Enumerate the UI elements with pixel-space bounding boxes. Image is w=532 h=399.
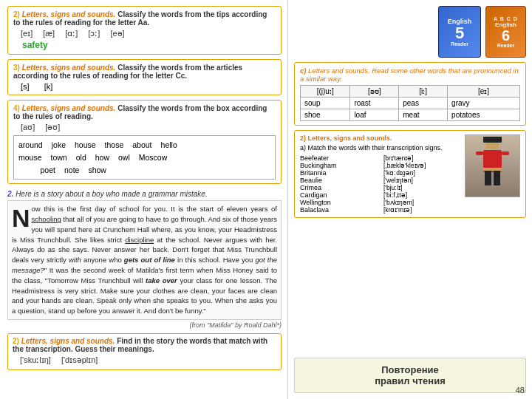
section-2-box: 2) Letters, signs and sounds. Classify t… bbox=[7, 6, 282, 55]
match-words-col: Beefeater Buckingham Britannia Beaulie C… bbox=[300, 154, 378, 214]
story-title-text: Here is a story about a boy who made a g… bbox=[16, 190, 208, 198]
s4-phonetics: [aʊ] [əʊ] bbox=[21, 123, 276, 132]
words-row-3: poet note show bbox=[18, 164, 270, 177]
story-text-block: N ow this is the first day of school for… bbox=[7, 200, 282, 319]
c-task: Letters and sounds. bbox=[308, 66, 369, 75]
phon-o: [ɔː] bbox=[88, 29, 100, 38]
match-word-7: Wellington bbox=[300, 199, 378, 206]
trans-7: ['bʌkɪŋəm] bbox=[383, 199, 461, 206]
c-prefix: c) bbox=[300, 66, 308, 75]
page-number: 48 bbox=[516, 386, 525, 395]
svg-rect-4 bbox=[494, 171, 500, 185]
right-match-section: 2) Letters, signs and sounds. a) Match t… bbox=[294, 130, 526, 218]
main-container: 2) Letters, signs and sounds. Classify t… bbox=[0, 0, 532, 399]
guard-image-inner bbox=[466, 135, 519, 197]
cell-roast: roast bbox=[350, 98, 399, 109]
guard-svg bbox=[468, 137, 516, 196]
povtorenie-box: Повторение правил чтения bbox=[294, 358, 526, 393]
story-from: (from "Matilda" by Roald Dahl*) bbox=[7, 321, 282, 329]
cell-gravy: gravy bbox=[448, 98, 520, 109]
safety-word: safety bbox=[22, 40, 276, 50]
cell-potatoes: potatoes bbox=[448, 109, 520, 121]
right-column: English 5 Reader A B C D English 6 Reade… bbox=[288, 0, 532, 399]
left-column: 2) Letters, signs and sounds. Classify t… bbox=[0, 0, 288, 399]
s2-num: 2) bbox=[13, 10, 20, 18]
trans-8: [krɑɪ'mɪə] bbox=[383, 206, 461, 214]
match-word-1: Beefeater bbox=[300, 154, 378, 162]
cell-meat: meat bbox=[399, 109, 448, 121]
match-word-5: Crimea bbox=[300, 184, 378, 191]
right-match-content: 2) Letters, signs and sounds. a) Match t… bbox=[300, 134, 461, 214]
s4-task: Letters, signs and sounds. bbox=[22, 104, 116, 112]
match-trans-col: [brɪ'tænɪə] [,bæklə'kleɪvə] ['kɑːdɪgən] … bbox=[383, 154, 461, 214]
c-title: c) Letters and sounds. Read some other w… bbox=[300, 66, 520, 83]
phon-ae: [æ] bbox=[43, 29, 55, 38]
table-row: soup roast peas gravy bbox=[301, 98, 520, 109]
cell-soup: soup bbox=[301, 98, 350, 109]
phon-s: [s] bbox=[21, 82, 30, 91]
words-row-2: mouse town old how owl Moscow bbox=[18, 151, 270, 164]
bottom-left-section: 2) Letters, signs and sounds. Find in th… bbox=[7, 333, 282, 370]
schooling-word: schooling bbox=[32, 215, 61, 223]
book-english-6: A B C D English 6 Reader bbox=[485, 6, 526, 58]
r2-num: 2) Letters, signs and sounds. bbox=[300, 134, 461, 142]
trans-1: [brɪ'tænɪə] bbox=[383, 154, 461, 162]
col-ii: [iː] bbox=[399, 86, 448, 98]
col-ei: [eɪ] bbox=[448, 86, 520, 98]
svg-rect-6 bbox=[502, 151, 509, 155]
section-3-title: 3) Letters, signs and sounds. Classify t… bbox=[13, 64, 276, 80]
phon-ea: [eə] bbox=[110, 29, 124, 38]
take-over-phrase: take over bbox=[146, 276, 177, 284]
s3-task: Letters, signs and sounds. bbox=[22, 64, 116, 72]
s3-phonetics: [s] [k] bbox=[21, 82, 276, 91]
words-row-1: around joke house those about hello bbox=[18, 139, 270, 151]
phon-ou: [əʊ] bbox=[45, 123, 60, 132]
section-2-title: 2) Letters, signs and sounds. Classify t… bbox=[13, 10, 276, 27]
r2-subtitle: a) Match the words with their transcript… bbox=[300, 144, 461, 151]
guard-image bbox=[465, 134, 520, 197]
phon-skuling: ['skuːlɪŋ] bbox=[20, 355, 51, 365]
match-word-8: Balaclava bbox=[300, 206, 378, 214]
story-num: 2. bbox=[7, 190, 13, 198]
povtorenie-line2: правил чтения bbox=[302, 375, 518, 386]
trans-4: ['welɪŋtən] bbox=[383, 177, 461, 184]
r2-task: 2) Letters, signs and sounds. bbox=[300, 134, 392, 142]
cell-shoe: shoe bbox=[301, 109, 350, 121]
phonetic-table: [(j)uː] [əʊ] [iː] [eɪ] soup roast peas g… bbox=[300, 85, 520, 121]
bottom-s-title: 2) Letters, signs and sounds. Find in th… bbox=[13, 337, 276, 353]
match-word-2: Buckingham bbox=[300, 162, 378, 169]
big-n-letter: N bbox=[12, 205, 30, 231]
c-section: c) Letters and sounds. Read some other w… bbox=[294, 62, 526, 126]
phon-ei: [eɪ] bbox=[21, 29, 33, 38]
phon-a: [ɑː] bbox=[65, 29, 78, 38]
col-ou: [əʊ] bbox=[350, 86, 399, 98]
phon-k: [k] bbox=[44, 82, 53, 91]
s2-phonetics: [eɪ] [æ] [ɑː] [ɔː] [eə] bbox=[21, 29, 276, 38]
svg-rect-3 bbox=[485, 171, 491, 185]
discipline-word: discipline bbox=[125, 236, 154, 244]
col-juu: [(j)uː] bbox=[301, 86, 350, 98]
s4-num: 4) bbox=[13, 104, 20, 112]
trans-2: [,bæklə'kleɪvə] bbox=[383, 162, 461, 169]
match-word-4: Beaulie bbox=[300, 177, 378, 184]
bottom-s-task: Letters, signs and sounds. bbox=[21, 337, 115, 345]
books-row: English 5 Reader A B C D English 6 Reade… bbox=[294, 6, 526, 58]
bottom-s-num: 2) bbox=[13, 337, 19, 345]
phon-au: [aʊ] bbox=[21, 123, 35, 132]
phon-disiplin: ['dɪsəplɪn] bbox=[61, 355, 98, 365]
svg-rect-1 bbox=[483, 137, 502, 143]
section-3-box: 3) Letters, signs and sounds. Classify t… bbox=[7, 59, 282, 95]
bottom-phonetics: ['skuːlɪŋ] ['dɪsəplɪn] bbox=[20, 355, 276, 365]
section-4-title: 4) Letters, signs and sounds. Classify t… bbox=[13, 104, 276, 120]
s2-task: Letters, signs and sounds. bbox=[22, 10, 116, 18]
gets-out-phrase: gets out of line bbox=[124, 256, 175, 264]
book-english-5: English 5 Reader bbox=[438, 6, 481, 58]
trans-6: ['biːf,ɪtə] bbox=[383, 191, 461, 199]
svg-rect-5 bbox=[476, 151, 483, 155]
svg-rect-7 bbox=[483, 168, 502, 171]
section-4-box: 4) Letters, signs and sounds. Classify t… bbox=[7, 100, 282, 184]
s4-words-grid: around joke house those about hello mous… bbox=[13, 135, 276, 180]
cell-loaf: loaf bbox=[350, 109, 399, 121]
s3-num: 3) bbox=[13, 64, 20, 72]
story-title: 2. Here is a story about a boy who made … bbox=[7, 190, 282, 198]
